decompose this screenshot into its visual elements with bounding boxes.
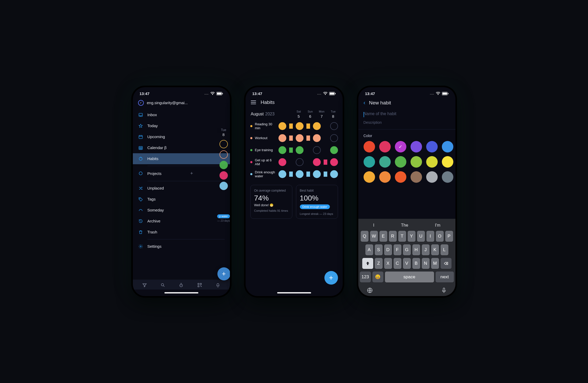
sidebar-item-upcoming[interactable]: Upcoming (133, 131, 230, 142)
globe-icon[interactable] (360, 285, 380, 293)
habit-cell[interactable] (313, 134, 321, 142)
color-swatch[interactable] (442, 156, 453, 168)
sidebar-item-trash[interactable]: Trash (133, 227, 230, 238)
habit-row[interactable]: Drink enough water (246, 168, 343, 180)
key-w[interactable]: W (370, 231, 378, 242)
habit-cell[interactable] (278, 122, 286, 130)
month-label[interactable]: August2023 (251, 112, 275, 116)
habit-cell[interactable] (330, 134, 338, 142)
key-j[interactable]: J (422, 244, 430, 255)
key-e[interactable]: E (379, 231, 387, 242)
key-k[interactable]: K (431, 244, 439, 255)
key-o[interactable]: O (436, 231, 444, 242)
stopwatch-icon[interactable] (177, 283, 186, 287)
key-v[interactable]: V (403, 258, 411, 269)
profile-row[interactable]: eng.singularity@gmai... (133, 97, 230, 109)
habit-cell[interactable] (330, 170, 338, 178)
habit-cell[interactable] (296, 146, 304, 154)
key-b[interactable]: B (412, 258, 420, 269)
key-u[interactable]: U (417, 231, 425, 242)
color-swatch[interactable] (364, 141, 375, 152)
back-icon[interactable]: ‹ (364, 99, 365, 106)
key-q[interactable]: Q (361, 231, 369, 242)
habit-cell[interactable] (278, 146, 286, 154)
fab-add-habit[interactable]: + (324, 271, 338, 285)
key-f[interactable]: F (394, 244, 401, 255)
key-c[interactable]: C (394, 258, 401, 269)
color-swatch[interactable] (395, 156, 406, 168)
color-swatch[interactable] (411, 156, 422, 168)
habit-cell[interactable] (296, 134, 304, 142)
habit-cell[interactable] (313, 170, 321, 178)
color-swatch[interactable] (395, 171, 406, 183)
habit-cell[interactable] (313, 146, 321, 154)
habit-row[interactable]: Reading 30 min (246, 120, 343, 132)
habit-cell[interactable] (330, 146, 338, 154)
filter-icon[interactable] (140, 283, 149, 287)
qr-icon[interactable] (195, 283, 204, 287)
fab-add[interactable]: + (217, 267, 230, 280)
color-swatch[interactable] (442, 171, 453, 183)
day-column[interactable]: Mon7 (318, 110, 326, 119)
habit-cell[interactable] (313, 122, 321, 130)
key-l[interactable]: L (441, 244, 448, 255)
key-s[interactable]: S (375, 244, 383, 255)
day-column[interactable]: Tue8 (329, 110, 337, 119)
color-swatch[interactable] (442, 141, 453, 152)
habit-cell[interactable] (330, 158, 338, 166)
description-field[interactable]: Description (358, 119, 455, 129)
key-a[interactable]: A (365, 244, 373, 255)
habit-cell[interactable] (313, 158, 321, 166)
suggestion[interactable]: The (401, 223, 408, 228)
day-column[interactable]: Sat5 (295, 110, 303, 119)
habit-cell[interactable] (296, 170, 304, 178)
habit-cell[interactable] (278, 170, 286, 178)
color-swatch[interactable] (379, 171, 391, 183)
sidebar-item-today[interactable]: Today (133, 120, 230, 131)
habit-cell[interactable] (330, 122, 338, 130)
sidebar-item-projects[interactable]: Projects+› (133, 168, 230, 179)
color-swatch[interactable] (411, 171, 422, 183)
key-h[interactable]: H (412, 244, 420, 255)
sidebar-item-inbox[interactable]: Inbox (133, 109, 230, 120)
key-g[interactable]: G (403, 244, 411, 255)
key-n[interactable]: N (422, 258, 430, 269)
sidebar-item-archive[interactable]: Archive (133, 216, 230, 227)
key-p[interactable]: P (445, 231, 453, 242)
habit-cell[interactable] (278, 134, 286, 142)
color-swatch[interactable] (379, 141, 391, 152)
color-swatch[interactable] (395, 141, 406, 152)
color-swatch[interactable] (364, 156, 375, 168)
bell-icon[interactable] (213, 283, 222, 287)
day-column[interactable]: Sun6 (306, 110, 314, 119)
sidebar-item-unplaced[interactable]: Unplaced (133, 183, 230, 194)
color-swatch[interactable] (364, 171, 375, 183)
mic-icon[interactable] (434, 285, 454, 293)
key-x[interactable]: X (384, 258, 392, 269)
color-swatch[interactable] (426, 156, 438, 168)
key-t[interactable]: T (398, 231, 406, 242)
sidebar-item-habits[interactable]: Habits (133, 153, 230, 164)
numbers-key[interactable]: 123 (360, 272, 371, 282)
menu-icon[interactable] (251, 101, 256, 104)
color-swatch[interactable] (426, 141, 438, 152)
chevron-right-icon[interactable]: › (223, 171, 225, 175)
habit-cell[interactable] (296, 122, 304, 130)
emoji-key[interactable]: 😀 (372, 272, 383, 282)
habit-row[interactable]: Workout (246, 132, 343, 144)
habit-cell[interactable] (296, 158, 304, 166)
habit-row[interactable]: Eye training (246, 144, 343, 156)
sidebar-item-calendar[interactable]: Calendar β (133, 142, 230, 153)
add-project-icon[interactable]: + (190, 171, 193, 176)
key-m[interactable]: M (431, 258, 439, 269)
shift-key[interactable] (362, 258, 373, 269)
next-key[interactable]: next (436, 272, 454, 282)
sidebar-item-someday[interactable]: Someday (133, 205, 230, 216)
key-d[interactable]: D (384, 244, 392, 255)
color-swatch[interactable] (411, 141, 422, 152)
sidebar-item-tags[interactable]: Tags (133, 194, 230, 205)
key-y[interactable]: Y (408, 231, 415, 242)
habit-row[interactable]: Get up at 6 AM (246, 156, 343, 168)
color-swatch[interactable] (379, 156, 391, 168)
suggestion[interactable]: I (373, 223, 374, 228)
